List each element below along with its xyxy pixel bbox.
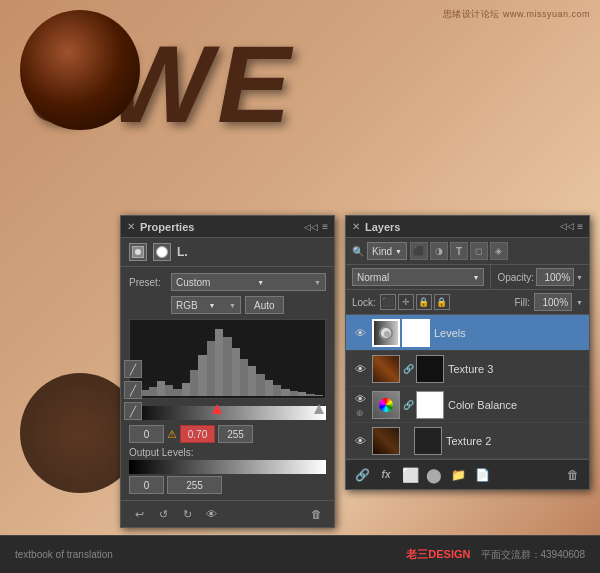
rgb-row: RGB ▼ Auto xyxy=(129,296,326,314)
lock-fill-row: Lock: ⬛ ✛ 🔒 🔒 Fill: 100% ▼ xyxy=(346,290,589,315)
blend-opacity-row: Normal ▼ Opacity: 100% ▼ xyxy=(346,265,589,290)
add-adjustment-icon[interactable]: ⬤ xyxy=(424,465,444,485)
layer-eye-texture3[interactable]: 👁 xyxy=(352,361,368,377)
layer-eye-col-bal-area: 👁 ⊕ xyxy=(352,391,368,418)
delete-layer-icon[interactable]: 🗑 xyxy=(563,465,583,485)
smart-filter-icon[interactable]: ◈ xyxy=(490,242,508,260)
fill-arrow-icon: ▼ xyxy=(576,299,583,306)
layers-menu-icon[interactable]: ≡ xyxy=(577,221,583,232)
gray-eyedropper[interactable]: ╱ xyxy=(124,381,142,399)
levels-thumb-group xyxy=(372,319,430,347)
redo-tool-icon[interactable]: ↻ xyxy=(177,504,197,524)
opacity-value: 100% xyxy=(544,272,570,283)
layer-eye-color-balance[interactable]: 👁 xyxy=(352,391,368,407)
layer-name-color-balance: Color Balance xyxy=(448,399,583,411)
layer-eye-texture2[interactable]: 👁 xyxy=(352,433,368,449)
filter-icons-group: ⬛ ◑ T ◻ ◈ xyxy=(410,242,508,260)
layers-titlebar: ✕ Layers ◁◁ ≡ xyxy=(346,216,589,238)
blend-mode-select[interactable]: Normal ▼ xyxy=(352,268,484,286)
texture3-thumb-mask xyxy=(416,355,444,383)
layer-eye-levels[interactable]: 👁 xyxy=(352,325,368,341)
trash-tool-icon[interactable]: 🗑 xyxy=(306,504,326,524)
fill-field[interactable]: 100% xyxy=(534,293,572,311)
add-mask-icon[interactable]: ⬜ xyxy=(400,465,420,485)
link-layers-icon[interactable]: 🔗 xyxy=(352,465,372,485)
color-balance-thumb-group: 🔗 xyxy=(372,391,444,419)
opacity-field[interactable]: 100% xyxy=(536,268,574,286)
levels-thumb-mask xyxy=(402,319,430,347)
input-slider-row[interactable] xyxy=(129,404,326,422)
white-point-slider[interactable] xyxy=(314,404,324,414)
bottom-left-text: textbook of translation xyxy=(15,549,113,560)
blend-mode-cell: Normal ▼ xyxy=(346,265,491,289)
fx-icon[interactable]: fx xyxy=(376,465,396,485)
texture2-thumb-main xyxy=(372,427,400,455)
lock-position-icon[interactable]: ✛ xyxy=(398,294,414,310)
pixel-filter-icon[interactable]: ⬛ xyxy=(410,242,428,260)
titlebar-left: ✕ Properties xyxy=(127,221,194,233)
texture3-thumb-main xyxy=(372,355,400,383)
layers-close-button[interactable]: ✕ xyxy=(352,221,360,232)
midpoint-slider[interactable] xyxy=(212,404,222,414)
fill-label: Fill: xyxy=(515,297,531,308)
properties-tools: ↩ ↺ ↻ 👁 🗑 xyxy=(121,500,334,527)
rgb-select[interactable]: RGB ▼ xyxy=(171,296,241,314)
preset-value: Custom xyxy=(176,277,210,288)
layers-collapse-icon[interactable]: ◁◁ xyxy=(560,221,574,232)
lock-artboard-icon[interactable]: 🔒 xyxy=(416,294,432,310)
layer-item-levels[interactable]: 👁 Levels xyxy=(346,315,589,351)
opacity-arrow-icon: ▼ xyxy=(576,274,583,281)
new-group-icon[interactable]: 📁 xyxy=(448,465,468,485)
black-eyedropper[interactable]: ╱ xyxy=(124,360,142,378)
type-filter-icon[interactable]: T xyxy=(450,242,468,260)
layer-item-texture2[interactable]: 👁 Texture 2 xyxy=(346,423,589,459)
preset-row: Preset: Custom ▼ xyxy=(129,273,326,291)
input-mid-field[interactable]: 0.70 xyxy=(180,425,215,443)
output-levels-label: Output Levels: xyxy=(129,447,326,458)
layers-bottom-toolbar: 🔗 fx ⬜ ⬤ 📁 📄 🗑 xyxy=(346,459,589,489)
properties-title: Properties xyxy=(140,221,194,233)
white-eyedropper[interactable]: ╱ xyxy=(124,402,142,420)
properties-body: Preset: Custom ▼ RGB ▼ Auto xyxy=(121,267,334,500)
layer-chain-colbal-icon[interactable]: ⊕ xyxy=(356,408,364,418)
layers-title: Layers xyxy=(365,221,400,233)
opacity-cell: Opacity: 100% ▼ xyxy=(491,265,589,289)
auto-button[interactable]: Auto xyxy=(245,296,284,314)
shape-filter-icon[interactable]: ◻ xyxy=(470,242,488,260)
output-gradient-bar xyxy=(129,460,326,474)
levels-thumb-adjustment xyxy=(372,319,400,347)
input-levels-controls: 0 ⚠ 0.70 255 xyxy=(129,425,326,443)
input-gradient-bar xyxy=(129,406,326,420)
layer-name-texture2: Texture 2 xyxy=(446,435,583,447)
input-high-field[interactable]: 255 xyxy=(218,425,253,443)
lock-pixels-icon[interactable]: ⬛ xyxy=(380,294,396,310)
preset-select[interactable]: Custom ▼ xyxy=(171,273,326,291)
input-low-field[interactable]: 0 xyxy=(129,425,164,443)
layer-item-color-balance[interactable]: 👁 ⊕ 🔗 Color Balance xyxy=(346,387,589,423)
warning-icon: ⚠ xyxy=(167,428,177,441)
collapse-arrows-icon[interactable]: ◁◁ xyxy=(304,222,318,232)
color-balance-thumb-main xyxy=(372,391,400,419)
search-icon: 🔍 xyxy=(352,246,364,257)
watermark-text: 思绪设计论坛 www.missyuan.com xyxy=(443,8,590,21)
reset-tool-icon[interactable]: ↩ xyxy=(129,504,149,524)
output-high-field[interactable]: 255 xyxy=(167,476,222,494)
kind-arrow-icon: ▼ xyxy=(395,248,402,255)
titlebar-icons: ◁◁ ≡ xyxy=(304,221,328,232)
visibility-tool-icon[interactable]: 👁 xyxy=(201,504,221,524)
output-low-field[interactable]: 0 xyxy=(129,476,164,494)
kind-filter-select[interactable]: Kind ▼ xyxy=(367,242,407,260)
layer-item-texture3[interactable]: 👁 🔗 Texture 3 xyxy=(346,351,589,387)
chocolate-image xyxy=(20,10,140,130)
properties-close-button[interactable]: ✕ xyxy=(127,221,135,232)
new-layer-icon[interactable]: 📄 xyxy=(472,465,492,485)
layer-chain-color-balance[interactable]: 🔗 xyxy=(402,397,414,413)
layer-chain-texture3[interactable]: 🔗 xyxy=(402,361,414,377)
lock-icons-group: ⬛ ✛ 🔒 🔒 xyxy=(380,294,450,310)
lock-all-icon[interactable]: 🔒 xyxy=(434,294,450,310)
panel-menu-icon[interactable]: ≡ xyxy=(322,221,328,232)
undo-tool-icon[interactable]: ↺ xyxy=(153,504,173,524)
layer-name-levels: Levels xyxy=(434,327,583,339)
adjust-filter-icon[interactable]: ◑ xyxy=(430,242,448,260)
blend-mode-value: Normal xyxy=(357,272,389,283)
